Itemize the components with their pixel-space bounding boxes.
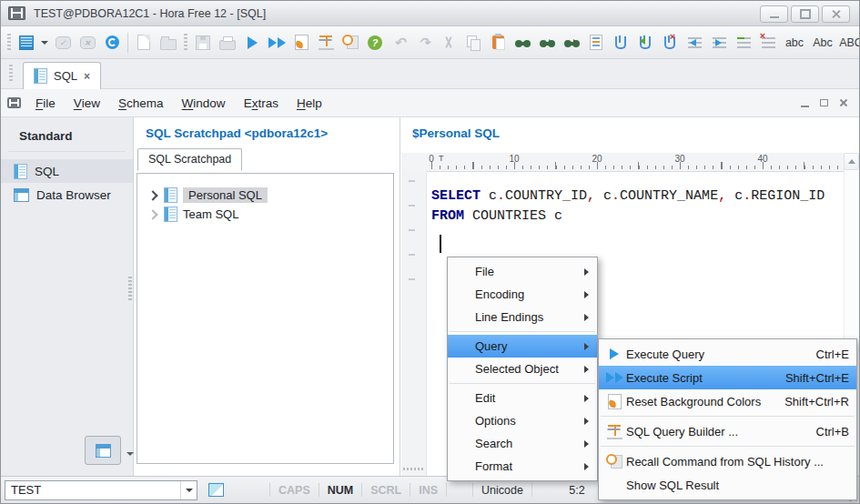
context-menu-item-search[interactable]: Search: [448, 432, 597, 455]
attach-add-button[interactable]: [633, 31, 657, 55]
indent-icon: [713, 37, 726, 48]
close-button[interactable]: [822, 5, 850, 23]
context-menu-item-format[interactable]: Format: [448, 455, 597, 478]
scratchpad-tab[interactable]: SQL Scratchpad: [137, 148, 242, 171]
capitalize-button[interactable]: Abc: [809, 31, 836, 55]
expand-chevron-icon[interactable]: [147, 190, 157, 200]
context-menu-item-line-endings[interactable]: Line Endings: [448, 306, 597, 328]
scroll-up-button[interactable]: [844, 153, 859, 170]
paste-button[interactable]: [486, 31, 510, 55]
panel-options-caret-icon[interactable]: [126, 452, 134, 456]
sidebar-item-data-browser[interactable]: Data Browser: [1, 183, 133, 207]
open-file-button[interactable]: [157, 31, 180, 55]
connection-select[interactable]: TEST: [5, 480, 197, 500]
save-button[interactable]: [191, 31, 215, 55]
submenu-item-execute-script[interactable]: Execute Script Shift+Ctrl+E: [599, 366, 856, 389]
attach-remove-button[interactable]: [658, 31, 682, 55]
mdi-close-icon[interactable]: [839, 98, 848, 107]
sidebar-item-sql[interactable]: SQL: [1, 159, 133, 183]
tab-sql[interactable]: SQL ×: [23, 62, 101, 89]
toolbar-grip[interactable]: [184, 34, 187, 52]
lowercase-button[interactable]: abc: [781, 31, 808, 55]
replace-button[interactable]: [560, 31, 583, 55]
mdi-minimize-icon[interactable]: [801, 106, 809, 107]
submenu-item-show-sql-result[interactable]: Show SQL Result: [599, 473, 856, 497]
attach-button[interactable]: [609, 31, 632, 55]
expand-chevron-icon[interactable]: [147, 209, 157, 219]
tab-close-icon[interactable]: ×: [84, 70, 90, 83]
reset-background-colors-button[interactable]: [289, 31, 313, 55]
delete-line-button[interactable]: [756, 31, 780, 55]
unindent-button[interactable]: [683, 31, 706, 55]
minimize-button[interactable]: [760, 5, 788, 23]
commit-button[interactable]: ✓: [51, 31, 75, 55]
toolbar-separator: [127, 33, 128, 53]
toolbar-grip[interactable]: [7, 34, 11, 52]
execute-query-button[interactable]: [240, 31, 264, 55]
window-panel-toggle-button[interactable]: [205, 480, 227, 500]
menu-file[interactable]: File: [26, 89, 65, 116]
help-button[interactable]: [363, 31, 387, 55]
recall-sql-history-button[interactable]: [339, 31, 362, 55]
submenu-item-execute-query[interactable]: Execute Query Ctrl+E: [599, 342, 856, 366]
editor-title: $Personal SQL: [401, 117, 859, 140]
print-button[interactable]: [216, 31, 239, 55]
tree-item-personal-sql[interactable]: Personal SQL: [137, 186, 393, 205]
scratchpad-panel: SQL Scratchpad <pdbora12c1> SQL Scratchp…: [135, 117, 397, 476]
menu-help[interactable]: Help: [288, 89, 331, 116]
submenu-item-reset-background-colors[interactable]: Reset Background Colors Shift+Ctrl+R: [599, 389, 856, 413]
undo-button[interactable]: [388, 31, 411, 55]
query-builder-crane-icon: [607, 424, 622, 439]
rollback-button[interactable]: ×: [76, 31, 99, 55]
panel-view-toggle-button[interactable]: [85, 436, 121, 465]
mdi-document-icon: [7, 97, 21, 108]
cut-button[interactable]: [437, 31, 460, 55]
context-menu-item-encoding[interactable]: Encoding: [448, 283, 597, 306]
scratchpad-tree: Personal SQL Team SQL: [137, 173, 394, 464]
new-document-icon: [137, 35, 150, 50]
find-button[interactable]: [511, 31, 534, 55]
data-grid-dropdown[interactable]: [39, 31, 50, 55]
submenu-arrow-icon: [584, 418, 589, 425]
menu-schema[interactable]: Schema: [109, 89, 173, 116]
sidebar-splitter-grip[interactable]: [128, 277, 132, 302]
sql-query-builder-button[interactable]: [314, 31, 338, 55]
execute-script-button[interactable]: [265, 31, 288, 55]
menu-view[interactable]: View: [65, 89, 109, 116]
tree-item-team-sql[interactable]: Team SQL: [137, 205, 393, 224]
format-document-button[interactable]: [584, 31, 608, 55]
context-menu-item-options[interactable]: Options: [448, 409, 597, 432]
panel-splitter[interactable]: [400, 117, 400, 476]
data-grid-button[interactable]: [15, 31, 38, 55]
tabbar-grip[interactable]: [9, 65, 13, 83]
submenu-item-sql-query-builder[interactable]: SQL Query Builder ... Ctrl+B: [599, 419, 856, 443]
statusbar-separator: [472, 483, 473, 497]
insert-line-button[interactable]: [732, 31, 755, 55]
submenu-item-recall-command[interactable]: Recall Command from SQL History ...: [599, 449, 856, 473]
maximize-button[interactable]: [791, 5, 819, 23]
context-menu-item-edit[interactable]: Edit: [448, 387, 597, 409]
mdi-restore-icon[interactable]: [820, 99, 828, 106]
ruler-major-ticks: [431, 162, 843, 169]
context-menu-item-selected-object[interactable]: Selected Object: [448, 358, 597, 380]
close-icon: [831, 9, 841, 19]
copy-icon: [467, 35, 477, 47]
redo-button[interactable]: [412, 31, 436, 55]
indent-button[interactable]: [707, 31, 731, 55]
copy-button[interactable]: [461, 31, 485, 55]
context-menu-item-file[interactable]: File: [448, 260, 597, 283]
refresh-button[interactable]: [100, 31, 124, 55]
menu-extras[interactable]: Extras: [235, 89, 288, 116]
context-menu-item-query[interactable]: Query: [448, 335, 597, 358]
menu-window[interactable]: Window: [173, 89, 235, 116]
query-submenu: Execute Query Ctrl+E Execute Script Shif…: [598, 338, 857, 500]
new-document-button[interactable]: [132, 31, 156, 55]
editor-bottom-grip[interactable]: [403, 468, 423, 470]
sql-notebook-icon: [164, 207, 177, 222]
uppercase-button[interactable]: ABC: [837, 31, 859, 55]
sql-notebook-icon: [14, 164, 27, 179]
statusbar-separator: [410, 483, 410, 497]
combo-dropdown-button[interactable]: [180, 481, 197, 499]
gutter-mark: [409, 254, 415, 256]
find-next-button[interactable]: [535, 31, 559, 55]
